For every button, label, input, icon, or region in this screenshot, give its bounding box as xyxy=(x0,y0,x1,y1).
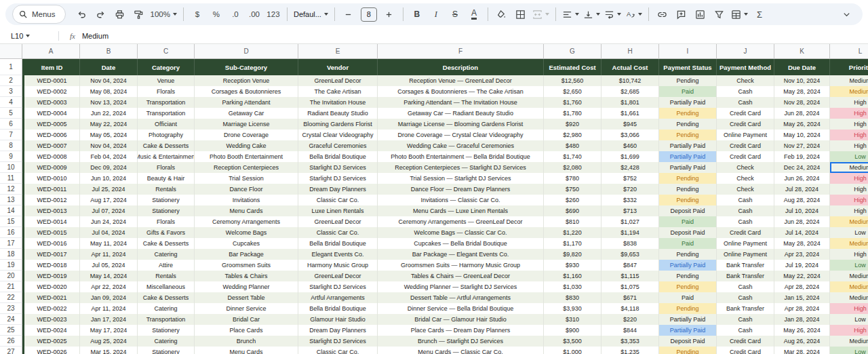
cell-C25[interactable]: Stationery xyxy=(138,325,195,336)
cell-E19[interactable]: Harmony Music Group xyxy=(298,260,378,271)
row-header-22[interactable]: 22 xyxy=(0,292,22,303)
cell-F24[interactable]: Bridal Car — Glamour Hair Studio xyxy=(378,314,544,325)
cell-H20[interactable]: $1,115 xyxy=(601,271,659,281)
cell-D5[interactable]: Getaway Car xyxy=(195,108,298,119)
cell-H17[interactable]: $838 xyxy=(601,238,659,249)
cell-L17[interactable]: Medium xyxy=(830,238,868,249)
cell-G27[interactable]: $1,000 xyxy=(544,347,601,354)
name-box[interactable]: L10 xyxy=(0,32,53,40)
cell-K12[interactable]: Jul 28, 2024 xyxy=(774,184,830,195)
cell-B12[interactable]: Jul 25, 2024 xyxy=(80,184,138,195)
cell-G24[interactable]: $310 xyxy=(544,314,601,325)
cell-D16[interactable]: Welcome Bags xyxy=(195,227,298,238)
cell-I25[interactable]: Partially Paid xyxy=(659,325,717,336)
column-header-J[interactable]: J xyxy=(717,44,774,59)
column-header-G[interactable]: G xyxy=(544,44,601,59)
cell-I16[interactable]: Deposit Paid xyxy=(659,227,717,238)
cell-L25[interactable]: High xyxy=(830,325,868,336)
cell-B21[interactable]: Apr 22, 2024 xyxy=(80,281,138,292)
cell-A7[interactable]: WED-0006 xyxy=(24,130,80,140)
cell-F10[interactable]: Reception Centerpieces — Starlight DJ Se… xyxy=(378,162,544,173)
merge-cells-button[interactable] xyxy=(530,6,551,22)
cell-K5[interactable]: Jun 28, 2024 xyxy=(774,108,830,119)
cell-C11[interactable]: Beauty & Hair xyxy=(138,173,195,184)
cell-A4[interactable]: WED-0003 xyxy=(24,97,80,108)
insert-link-button[interactable] xyxy=(653,6,672,22)
row-header-3[interactable]: 3 xyxy=(0,86,22,97)
horizontal-align-button[interactable] xyxy=(560,6,581,22)
header-cell-F[interactable]: Description xyxy=(378,59,544,75)
insert-chart-button[interactable] xyxy=(691,6,710,22)
cell-D15[interactable]: Ceremony Arrangements xyxy=(195,216,298,227)
cell-H2[interactable]: $10,742 xyxy=(601,75,659,86)
cell-D23[interactable]: Dinner Service xyxy=(195,303,298,314)
cell-G7[interactable]: $2,980 xyxy=(544,130,601,140)
cell-D26[interactable]: Brunch xyxy=(195,336,298,347)
cell-G6[interactable]: $920 xyxy=(544,119,601,130)
cell-L4[interactable]: High xyxy=(830,97,868,108)
column-header-B[interactable]: B xyxy=(80,44,138,59)
cell-E13[interactable]: Classic Car Co. xyxy=(298,195,378,205)
cell-B16[interactable]: Jul 04, 2024 xyxy=(80,227,138,238)
cell-I11[interactable]: Pending xyxy=(659,173,717,184)
cell-G10[interactable]: $2,080 xyxy=(544,162,601,173)
cell-K11[interactable]: Jun 26, 2024 xyxy=(774,173,830,184)
cell-D4[interactable]: Parking Attendant xyxy=(195,97,298,108)
cell-J22[interactable]: Cash xyxy=(717,292,774,303)
cell-F17[interactable]: Cupcakes — Bella Bridal Boutique xyxy=(378,238,544,249)
cell-H22[interactable]: $671 xyxy=(601,292,659,303)
increase-decimals-button[interactable]: .00 xyxy=(245,6,264,22)
cell-L10[interactable]: Medium xyxy=(830,162,868,173)
cell-L12[interactable]: High xyxy=(830,184,868,195)
cell-I17[interactable]: Paid xyxy=(659,238,717,249)
cell-C16[interactable]: Gifts & Favors xyxy=(138,227,195,238)
cell-L13[interactable]: High xyxy=(830,195,868,205)
cell-G2[interactable]: $12,560 xyxy=(544,75,601,86)
cell-B6[interactable]: May 22, 2024 xyxy=(80,119,138,130)
cell-L24[interactable]: Low xyxy=(830,314,868,325)
row-header-17[interactable]: 17 xyxy=(0,238,22,249)
column-header-C[interactable]: C xyxy=(138,44,195,59)
text-color-button[interactable]: A xyxy=(465,6,484,22)
italic-button[interactable]: I xyxy=(427,6,446,22)
cell-A12[interactable]: WED-0011 xyxy=(24,184,80,195)
cell-A18[interactable]: WED-0017 xyxy=(24,249,80,260)
cell-A24[interactable]: WED-0023 xyxy=(24,314,80,325)
cell-J21[interactable]: Cash xyxy=(717,281,774,292)
cell-I18[interactable]: Pending xyxy=(659,249,717,260)
cell-F12[interactable]: Dance Floor — Dream Day Planners xyxy=(378,184,544,195)
cell-C21[interactable]: Miscellaneous xyxy=(138,281,195,292)
cell-A20[interactable]: WED-0019 xyxy=(24,271,80,281)
cell-D24[interactable]: Bridal Car xyxy=(195,314,298,325)
cell-B27[interactable]: Mar 15, 2024 xyxy=(80,347,138,354)
header-cell-I[interactable]: Payment Status xyxy=(659,59,717,75)
cell-E8[interactable]: Graceful Ceremonies xyxy=(298,140,378,151)
cell-I14[interactable]: Deposit Paid xyxy=(659,205,717,216)
cell-L23[interactable]: High xyxy=(830,303,868,314)
header-cell-C[interactable]: Category xyxy=(138,59,195,75)
cell-I10[interactable]: Partially Paid xyxy=(659,162,717,173)
cell-I4[interactable]: Partially Paid xyxy=(659,97,717,108)
undo-button[interactable] xyxy=(73,6,92,22)
cell-I8[interactable]: Partially Paid xyxy=(659,140,717,151)
cell-J2[interactable]: Check xyxy=(717,75,774,86)
format-currency-button[interactable]: $ xyxy=(188,6,207,22)
formula-input[interactable]: Medium xyxy=(82,32,108,40)
cell-B22[interactable]: Jan 09, 2024 xyxy=(80,292,138,303)
cell-A5[interactable]: WED-0004 xyxy=(24,108,80,119)
row-header-10[interactable]: 10 xyxy=(0,162,22,173)
cell-F11[interactable]: Trial Session — Starlight DJ Services xyxy=(378,173,544,184)
cell-J11[interactable]: Check xyxy=(717,173,774,184)
cell-L9[interactable]: Low xyxy=(830,151,868,162)
cell-G19[interactable]: $930 xyxy=(544,260,601,271)
cell-H5[interactable]: $1,661 xyxy=(601,108,659,119)
cell-A17[interactable]: WED-0016 xyxy=(24,238,80,249)
cell-K7[interactable]: May 10, 2024 xyxy=(774,130,830,140)
cell-C2[interactable]: Venue xyxy=(138,75,195,86)
cell-K14[interactable]: Jul 10, 2024 xyxy=(774,205,830,216)
cell-G4[interactable]: $1,760 xyxy=(544,97,601,108)
cell-E4[interactable]: The Invitation House xyxy=(298,97,378,108)
cell-J24[interactable]: Cash xyxy=(717,314,774,325)
cell-G22[interactable]: $830 xyxy=(544,292,601,303)
cell-F3[interactable]: Corsages & Boutonnieres — The Cake Artis… xyxy=(378,86,544,97)
